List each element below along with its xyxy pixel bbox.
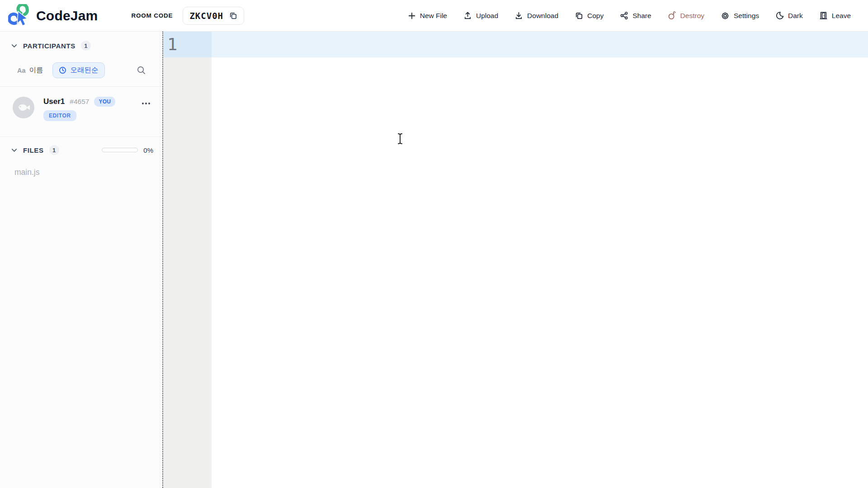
- you-badge: YOU: [94, 97, 115, 107]
- destroy-label: Destroy: [680, 12, 704, 20]
- door-icon: [819, 11, 828, 20]
- ibeam-cursor-icon: [397, 133, 403, 145]
- download-button[interactable]: Download: [514, 11, 558, 20]
- editor-active-line: [163, 32, 868, 57]
- participants-title: PARTICIPANTS: [23, 42, 75, 50]
- file-item-main-js[interactable]: main.js: [0, 168, 162, 177]
- share-label: Share: [632, 12, 651, 20]
- copy-icon[interactable]: [229, 11, 237, 20]
- copy-icon: [575, 11, 583, 20]
- room-code-value: ZKCV0H: [189, 11, 223, 21]
- copy-label: Copy: [587, 12, 604, 20]
- participant-search-button[interactable]: [137, 66, 146, 75]
- participants-filter-row: Aa 이름 오래된순: [0, 62, 162, 78]
- destroy-button[interactable]: Destroy: [668, 11, 704, 20]
- editor-gutter: [163, 32, 212, 488]
- active-line-content-highlight: [212, 32, 868, 57]
- upload-label: Upload: [476, 12, 498, 20]
- aa-icon: Aa: [17, 67, 26, 74]
- dark-mode-button[interactable]: Dark: [775, 11, 803, 20]
- files-count-badge: 1: [49, 145, 59, 155]
- new-file-button[interactable]: New File: [408, 12, 447, 20]
- header-actions: New File Upload Download Copy: [408, 11, 851, 20]
- app-title: CodeJam: [36, 8, 98, 23]
- participant-identity: User1 #4657 YOU: [43, 97, 115, 107]
- upload-icon: [463, 11, 472, 20]
- upload-button[interactable]: Upload: [463, 11, 498, 20]
- dark-mode-label: Dark: [788, 12, 803, 20]
- room-code-box[interactable]: ZKCV0H: [183, 7, 244, 25]
- download-label: Download: [527, 12, 558, 20]
- participant-name: User1: [43, 97, 65, 106]
- share-icon: [620, 11, 628, 20]
- settings-label: Settings: [734, 12, 759, 20]
- sync-progress-percent: 0%: [143, 146, 153, 154]
- copy-button[interactable]: Copy: [575, 11, 604, 20]
- code-editor[interactable]: 1: [162, 32, 868, 488]
- chevron-down-icon: [11, 42, 18, 49]
- room-code-label: ROOM CODE: [131, 12, 173, 19]
- participant-more-button[interactable]: [142, 102, 151, 105]
- gear-icon: [721, 11, 730, 20]
- sidebar-divider: [0, 136, 162, 137]
- settings-button[interactable]: Settings: [721, 11, 759, 20]
- participant-tag: #4657: [70, 98, 89, 106]
- download-icon: [514, 11, 523, 20]
- ellipsis-icon: [142, 102, 151, 105]
- moon-icon: [775, 11, 784, 20]
- sidebar: PARTICIPANTS 1 Aa 이름 오래된순: [0, 32, 162, 488]
- share-button[interactable]: Share: [620, 11, 651, 20]
- sort-by-oldest-label: 오래된순: [71, 66, 99, 75]
- room-code-group: ROOM CODE ZKCV0H: [131, 7, 244, 25]
- leave-button[interactable]: Leave: [819, 11, 851, 20]
- sort-by-name-button[interactable]: Aa 이름: [17, 66, 43, 75]
- sort-by-name-label: 이름: [29, 66, 43, 75]
- files-section-header[interactable]: FILES 1 0%: [0, 145, 162, 155]
- clock-icon: [59, 66, 66, 74]
- app-header: CodeJam ROOM CODE ZKCV0H New File Upload: [0, 0, 868, 32]
- sort-by-oldest-button[interactable]: 오래된순: [52, 62, 105, 78]
- bomb-icon: [668, 11, 676, 20]
- codejam-logo-icon: [8, 4, 31, 28]
- leave-label: Leave: [832, 12, 851, 20]
- role-badge: EDITOR: [43, 110, 76, 121]
- search-icon: [137, 66, 146, 75]
- participant-info: User1 #4657 YOU EDITOR: [43, 97, 115, 121]
- new-file-label: New File: [420, 12, 447, 20]
- participants-section-header[interactable]: PARTICIPANTS 1: [0, 41, 162, 51]
- fish-avatar-icon: [16, 100, 31, 115]
- plus-icon: [408, 12, 416, 20]
- participants-count-badge: 1: [81, 41, 91, 51]
- avatar: [13, 97, 34, 118]
- files-title: FILES: [23, 146, 44, 154]
- line-number: 1: [167, 32, 177, 57]
- participant-row[interactable]: User1 #4657 YOU EDITOR: [0, 87, 162, 128]
- chevron-down-icon: [11, 147, 18, 154]
- sync-progress-bar: [102, 148, 138, 152]
